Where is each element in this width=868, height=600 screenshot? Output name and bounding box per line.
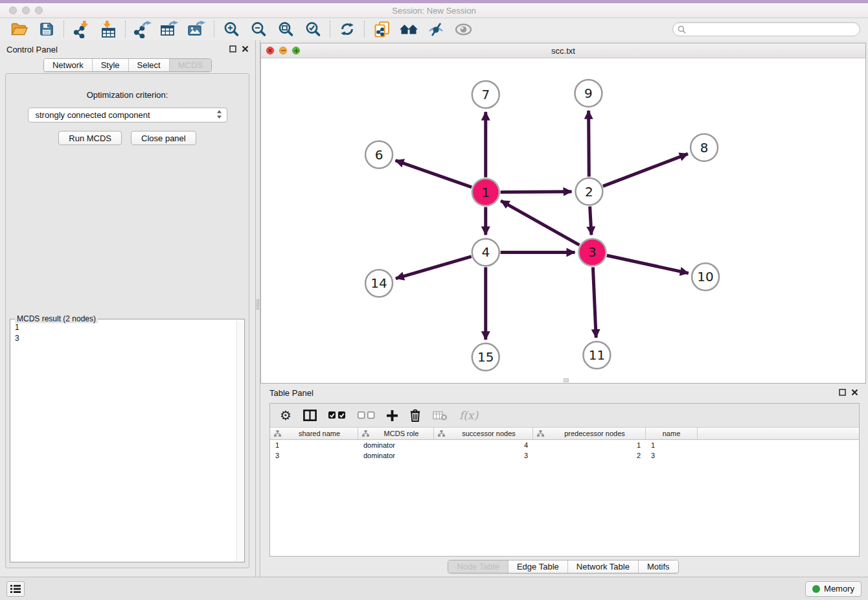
table-cell: 3: [646, 452, 698, 459]
edge-3-11[interactable]: [593, 267, 596, 338]
close-panel-icon[interactable]: [242, 45, 249, 54]
list-icon: [10, 584, 21, 594]
edge-2-8[interactable]: [603, 154, 688, 186]
search-input[interactable]: [686, 25, 860, 34]
tab-network-table[interactable]: Network Table: [567, 560, 638, 573]
deselect-all-columns-icon[interactable]: [358, 411, 375, 419]
status-bar: Memory: [0, 577, 868, 600]
function-builder-icon: f(x): [459, 409, 478, 422]
mcds-result-title: MCDS result (2 nodes): [15, 314, 98, 323]
control-panel: Control Panel NetworkStyleSelectMCDS Opt…: [0, 40, 255, 577]
hide-selected-icon[interactable]: [426, 19, 446, 39]
network-window-titlebar: scc.txt: [261, 43, 865, 58]
mcds-result-value: 1: [15, 322, 244, 333]
edge-3-10[interactable]: [607, 255, 689, 273]
memory-status-icon: [812, 585, 820, 593]
refresh-icon[interactable]: [337, 19, 357, 39]
zoom-out-icon[interactable]: [249, 19, 268, 39]
show-all-icon[interactable]: [453, 19, 473, 39]
export-table-icon[interactable]: [160, 19, 179, 39]
control-panel-tabs: NetworkStyleSelectMCDS: [43, 58, 212, 72]
column-header-name[interactable]: name: [646, 428, 698, 439]
tab-mcds[interactable]: MCDS: [169, 59, 211, 71]
trash-icon[interactable]: [409, 409, 421, 422]
tab-edge-table[interactable]: Edge Table: [508, 560, 567, 573]
graph-node-label-15: 15: [477, 349, 494, 365]
splitter-grip[interactable]: [257, 299, 259, 310]
add-row-icon[interactable]: [387, 410, 398, 421]
node-table-body: 1dominator4113dominator323: [270, 440, 859, 461]
show-columns-icon[interactable]: [303, 410, 317, 421]
zoom-fit-icon[interactable]: [276, 19, 295, 39]
table-panel-title: Table Panel: [269, 388, 314, 398]
tab-motifs[interactable]: Motifs: [638, 560, 678, 573]
close-table-panel-icon[interactable]: [851, 388, 858, 398]
horizontal-splitter-grip[interactable]: [564, 378, 569, 382]
edge-2-9[interactable]: [589, 111, 589, 177]
result-scrollbar[interactable]: [236, 320, 244, 561]
edge-1-6[interactable]: [395, 161, 472, 187]
run-mcds-button[interactable]: Run MCDS: [58, 131, 122, 145]
node-table: shared nameMCDS rolesuccessor nodesprede…: [270, 428, 859, 556]
memory-button[interactable]: Memory: [805, 581, 862, 597]
float-panel-icon[interactable]: [229, 45, 236, 54]
network-window-title: scc.txt: [261, 46, 865, 56]
graph-node-label-11: 11: [589, 347, 605, 363]
graph-node-label-2: 2: [585, 184, 593, 200]
tab-node-table[interactable]: Node Table: [448, 560, 508, 573]
network-canvas[interactable]: 1234678910111415: [261, 58, 865, 383]
import-table-icon[interactable]: [98, 19, 118, 39]
graph-node-label-3: 3: [588, 244, 597, 260]
open-session-icon[interactable]: [10, 19, 29, 39]
save-session-icon[interactable]: [37, 19, 56, 39]
column-header-predecessor-nodes[interactable]: predecessor nodes: [533, 428, 646, 439]
zoom-in-icon[interactable]: [222, 19, 241, 39]
hierarchy-icon: [274, 430, 281, 437]
first-neighbors-icon[interactable]: [399, 19, 418, 39]
mcds-result-group: MCDS result (2 nodes) 13: [10, 319, 245, 562]
edge-1-2[interactable]: [501, 192, 572, 192]
column-header-shared-name[interactable]: shared name: [270, 428, 358, 439]
folder-open-icon: [11, 23, 28, 36]
float-table-panel-icon[interactable]: [839, 388, 846, 398]
table-toolbar: ⚙: [270, 404, 859, 428]
node-table-header: shared nameMCDS rolesuccessor nodesprede…: [270, 428, 859, 440]
gear-icon[interactable]: ⚙: [280, 409, 291, 422]
column-header-mcds-role[interactable]: MCDS role: [358, 428, 434, 439]
vertical-splitter[interactable]: [255, 40, 260, 577]
tab-network[interactable]: Network: [44, 59, 92, 71]
zoom-selected-icon[interactable]: [303, 19, 323, 39]
table-row[interactable]: 1dominator411: [270, 440, 859, 450]
graph-node-label-10: 10: [697, 269, 713, 284]
app-titlebar: Session: New Session: [0, 3, 868, 18]
control-panel-title: Control Panel: [6, 45, 58, 54]
export-network-icon[interactable]: [133, 19, 152, 39]
select-all-columns-icon[interactable]: [328, 411, 346, 419]
table-panel: Table Panel ⚙: [260, 384, 866, 577]
search-box[interactable]: [672, 22, 860, 36]
graph-node-label-8: 8: [700, 140, 709, 156]
clone-network-icon[interactable]: [372, 19, 391, 39]
close-panel-button[interactable]: Close panel: [131, 131, 196, 145]
criterion-select[interactable]: strongly connected component: [28, 108, 227, 122]
hierarchy-icon: [537, 430, 544, 437]
export-image-icon[interactable]: [187, 19, 207, 39]
floppy-icon: [40, 22, 54, 36]
edge-2-3[interactable]: [590, 207, 591, 235]
network-graph[interactable]: 1234678910111415: [261, 58, 865, 383]
table-cell: 2: [533, 452, 646, 459]
column-header-successor-nodes[interactable]: successor nodes: [434, 428, 533, 439]
edge-4-14[interactable]: [396, 257, 472, 279]
tab-style[interactable]: Style: [92, 59, 128, 71]
network-view-window: scc.txt 1234678910111415: [260, 43, 866, 384]
table-row[interactable]: 3dominator323: [270, 450, 859, 461]
memory-label: Memory: [824, 584, 854, 594]
optimization-criterion-label: Optimization criterion:: [87, 90, 168, 100]
select-chevrons-icon: [216, 110, 222, 121]
import-network-icon[interactable]: [71, 19, 91, 39]
tab-select[interactable]: Select: [128, 59, 169, 71]
app-title: Session: New Session: [0, 6, 868, 16]
edge-3-1[interactable]: [501, 201, 579, 245]
panel-list-button[interactable]: [6, 581, 25, 597]
criterion-value: strongly connected component: [36, 110, 150, 120]
